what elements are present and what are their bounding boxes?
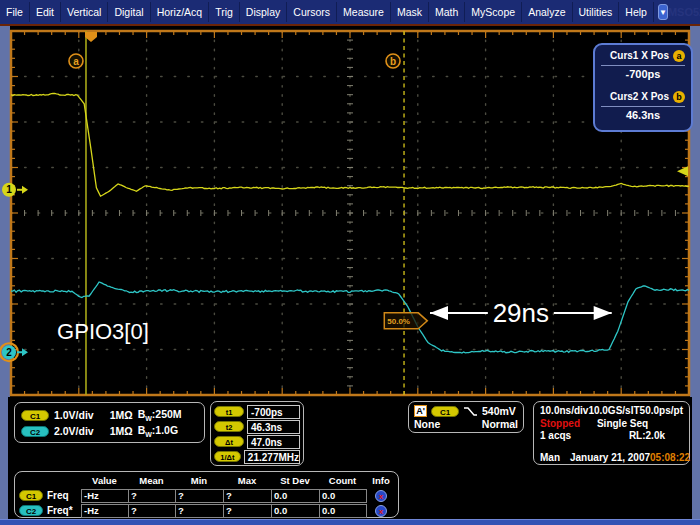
cell-stdev: 0.0: [271, 504, 320, 518]
col-count: Count: [319, 473, 366, 488]
titlebar-right: MSO5204 Tek – X: [668, 4, 700, 21]
record-length: RL:2.0k: [629, 430, 665, 443]
meas-c1-button[interactable]: C1: [19, 490, 43, 501]
svg-text:2: 2: [6, 347, 12, 358]
menu-display[interactable]: Display: [240, 2, 287, 22]
remove-measurement-icon[interactable]: x: [375, 505, 387, 517]
t1-button[interactable]: t1: [214, 406, 244, 417]
ch1-bandwidth: BW:250M: [138, 408, 198, 422]
menu-digital[interactable]: Digital: [108, 2, 150, 22]
channel-readout-box: C1 1.0V/div 1MΩ BW:250M C2 2.0V/div 1MΩ …: [14, 402, 205, 443]
inv-dt-readout: 1/Δt 21.277MHz: [214, 449, 300, 464]
measurement-row-c2-freq: C2Freq* -Hz ? ? ? 0.0 0.0 x: [19, 503, 394, 518]
signal-name-label: GPIO3[0]: [57, 319, 149, 344]
t1-readout: t1 -700ps: [214, 404, 300, 419]
menu-help[interactable]: Help: [619, 2, 654, 22]
col-max: Max: [223, 473, 271, 488]
trigger-mode-left: None: [414, 418, 440, 431]
it-mode: IT: [631, 405, 640, 418]
cursor-readout-panel[interactable]: Curs1 X Pos a -700ps Curs2 X Pos b 46.3n…: [593, 43, 693, 132]
tekscope-window: File Edit Vertical Digital Horiz/Acq Tri…: [0, 0, 700, 525]
curs1-label: Curs1 X Pos: [610, 50, 669, 61]
measurement-row-c1-freq: C1Freq -Hz ? ? ? 0.0 0.0 x: [19, 488, 394, 503]
cell-max: ?: [223, 489, 272, 503]
menu-file[interactable]: File: [0, 2, 30, 22]
menu-trig[interactable]: Trig: [209, 2, 240, 22]
window-bottom-edge: [0, 519, 700, 525]
horizontal-readout-box: 10.0ns/div 10.0GS/s IT 50.0ps/pt Stopped…: [533, 401, 690, 465]
cursor-b-badge: b: [673, 91, 685, 103]
menu-cursors[interactable]: Cursors: [287, 2, 337, 22]
trigger-readout-box: A' C1 540mV None Normal: [408, 401, 524, 433]
cell-value: -Hz: [81, 489, 129, 503]
menu-analyze[interactable]: Analyze: [522, 2, 572, 22]
divider: [601, 106, 685, 107]
menu-bar: File Edit Vertical Digital Horiz/Acq Tri…: [0, 0, 700, 26]
dt-value: 47.0ns: [247, 435, 300, 449]
meas-name: Freq: [47, 490, 69, 501]
inv-dt-value: 21.277MHz: [244, 450, 300, 464]
col-mean: Mean: [128, 473, 175, 488]
menu-math[interactable]: Math: [429, 2, 465, 22]
acq-count: 1 acqs: [540, 430, 571, 443]
trigger-mode-right: Normal: [482, 418, 518, 431]
t2-readout: t2 46.3ns: [214, 419, 300, 434]
timebase-scale: 10.0ns/div: [540, 405, 588, 418]
cell-value: -Hz: [81, 504, 129, 518]
dt-readout: Δt 47.0ns: [214, 434, 300, 449]
ch2-bandwidth: BW:1.0G: [138, 424, 198, 438]
sample-resolution: 50.0ps/pt: [640, 405, 683, 418]
curs1-value: -700ps: [601, 67, 685, 83]
sample-rate: 10.0GS/s: [588, 405, 630, 418]
inv-dt-button[interactable]: 1/Δt: [214, 451, 241, 462]
menu-overflow-button[interactable]: ▼: [658, 4, 668, 20]
col-stdev: St Dev: [271, 473, 319, 488]
col-info: Info: [366, 473, 396, 488]
cell-count: 0.0: [319, 504, 367, 518]
channel-1-button[interactable]: C1: [21, 410, 49, 421]
menu-horiz-acq[interactable]: Horiz/Acq: [151, 2, 210, 22]
acq-status: Stopped: [540, 418, 580, 431]
model-label: MSO5204: [668, 6, 700, 18]
cell-max: ?: [223, 504, 272, 518]
t2-button[interactable]: t2: [214, 421, 244, 432]
man-label: Man: [540, 452, 560, 465]
cursor-a-badge: a: [673, 50, 685, 62]
menu-mask[interactable]: Mask: [391, 2, 429, 22]
channel-2-button[interactable]: C2: [21, 426, 49, 437]
col-value: Value: [81, 473, 128, 488]
remove-measurement-icon[interactable]: x: [375, 490, 387, 502]
falling-edge-icon: [463, 406, 478, 417]
channel-1-readout: C1 1.0V/div 1MΩ BW:250M: [21, 407, 198, 423]
measurement-header-row: Value Mean Min Max St Dev Count Info: [19, 473, 394, 488]
trigger-source-button[interactable]: C1: [431, 406, 459, 417]
channel-2-readout: C2 2.0V/div 1MΩ BW:1.0G: [21, 423, 198, 439]
t1-value: -700ps: [247, 405, 300, 419]
menu-edit[interactable]: Edit: [30, 2, 61, 22]
t2-value: 46.3ns: [247, 420, 300, 434]
ch2-scale: 2.0V/div: [54, 425, 105, 437]
meas-c2-button[interactable]: C2: [19, 505, 43, 516]
delta-time-label: 29ns: [493, 298, 549, 328]
cell-count: 0.0: [319, 489, 367, 503]
measurement-table: Value Mean Min Max St Dev Count Info C1F…: [14, 471, 399, 518]
dt-button[interactable]: Δt: [214, 436, 244, 447]
col-min: Min: [175, 473, 223, 488]
menu-vertical[interactable]: Vertical: [61, 2, 108, 22]
divider: [601, 65, 685, 66]
trigger-a-badge[interactable]: A': [414, 405, 427, 417]
cell-min: ?: [175, 504, 224, 518]
cell-min: ?: [175, 489, 224, 503]
menu-utilities[interactable]: Utilities: [573, 2, 620, 22]
cursor-time-readout-box: t1 -700ps t2 46.3ns Δt 47.0ns 1/Δt 21.27…: [210, 401, 304, 466]
menu-measure[interactable]: Measure: [337, 2, 391, 22]
ch1-coupling: 1MΩ: [110, 409, 133, 421]
curs2-label: Curs2 X Pos: [610, 91, 669, 102]
curs2-value: 46.3ns: [601, 108, 685, 124]
svg-text:b: b: [390, 56, 396, 67]
menu-myscope[interactable]: MyScope: [465, 2, 522, 22]
cell-stdev: 0.0: [271, 489, 320, 503]
trigger-level: 540mV: [482, 405, 516, 417]
svg-text:a: a: [73, 56, 79, 67]
meas-name: Freq*: [47, 505, 73, 516]
